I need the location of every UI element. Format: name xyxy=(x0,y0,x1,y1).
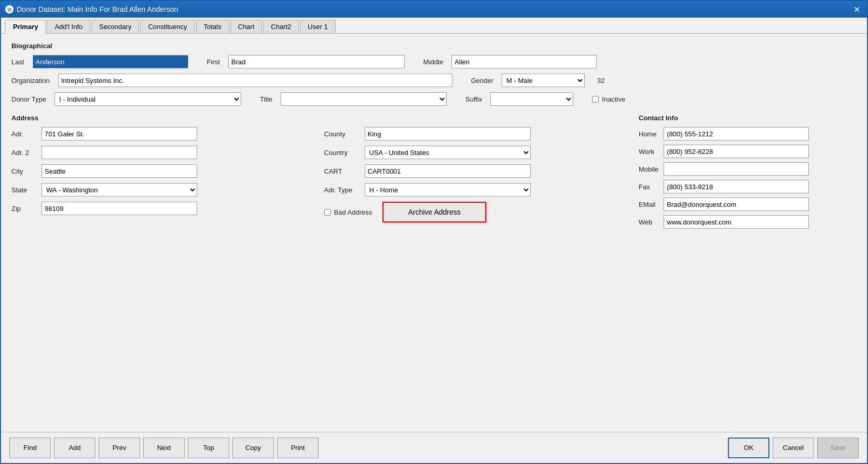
cart-input[interactable] xyxy=(365,164,531,178)
bad-address-row: Bad Address xyxy=(324,208,373,216)
web-label: Web xyxy=(639,218,658,226)
zip-label: Zip xyxy=(11,205,37,213)
city-row: City xyxy=(11,164,316,178)
zip-row: Zip xyxy=(11,202,316,215)
cart-row: CART xyxy=(324,164,629,178)
title-select[interactable] xyxy=(281,92,447,106)
work-input[interactable] xyxy=(664,145,809,158)
adr2-label: Adr. 2 xyxy=(11,149,37,157)
gender-select[interactable]: M - Male xyxy=(502,74,585,87)
mobile-input[interactable] xyxy=(664,162,809,176)
cancel-button[interactable]: Cancel xyxy=(773,438,814,458)
adr2-input[interactable] xyxy=(42,146,197,159)
org-input[interactable] xyxy=(58,74,452,87)
country-select[interactable]: USA - United States xyxy=(365,146,531,159)
first-label: First xyxy=(207,58,220,66)
copy-button[interactable]: Copy xyxy=(232,438,274,458)
prev-button[interactable]: Prev xyxy=(99,438,140,458)
inactive-label: Inactive xyxy=(602,95,625,103)
bio-row1: Last First Middle xyxy=(11,55,857,68)
tab-constituency[interactable]: Constituency xyxy=(140,20,195,33)
tab-addl-info[interactable]: Add'l Info xyxy=(47,20,90,33)
add-button[interactable]: Add xyxy=(54,438,95,458)
top-button[interactable]: Top xyxy=(188,438,229,458)
mobile-label: Mobile xyxy=(639,165,658,173)
tab-user1[interactable]: User 1 xyxy=(300,20,335,33)
bad-address-checkbox[interactable] xyxy=(324,209,331,216)
gender-number: 32 xyxy=(597,77,604,85)
find-button[interactable]: Find xyxy=(9,438,51,458)
main-area: Address Adr. Adr. 2 City xyxy=(11,114,857,229)
next-button[interactable]: Next xyxy=(143,438,185,458)
state-label: State xyxy=(11,186,37,194)
inactive-row: Inactive xyxy=(592,95,625,103)
donor-type-label: Donor Type xyxy=(11,95,46,103)
tab-primary[interactable]: Primary xyxy=(5,20,46,34)
country-label: Country xyxy=(324,149,361,157)
window-title: Donor Dataset: Main Info For Brad Allen … xyxy=(17,5,178,13)
address-section-title: Address xyxy=(11,114,628,122)
middle-input[interactable] xyxy=(451,55,597,68)
tab-chart2[interactable]: Chart2 xyxy=(263,20,299,33)
last-input[interactable] xyxy=(33,55,188,68)
tab-totals[interactable]: Totals xyxy=(196,20,229,33)
address-right: County Country USA - United States CART xyxy=(324,127,629,228)
gender-label: Gender xyxy=(471,77,493,85)
bio-row2: Organization Gender M - Male 32 xyxy=(11,74,857,87)
close-button[interactable]: ✕ xyxy=(850,3,863,16)
main-window: ⊙ Donor Dataset: Main Info For Brad Alle… xyxy=(0,0,868,464)
adr-label: Adr. xyxy=(11,130,37,138)
address-left: Adr. Adr. 2 City State xyxy=(11,127,316,228)
address-section: Address Adr. Adr. 2 City xyxy=(11,114,628,229)
contact-grid: Home Work Mobile Fax EMail Web xyxy=(639,127,857,229)
state-row: State WA - Washington xyxy=(11,183,316,196)
last-label: Last xyxy=(11,58,24,66)
donor-type-select[interactable]: I - Individual xyxy=(54,92,241,106)
adr-row: Adr. xyxy=(11,127,316,140)
zip-input[interactable] xyxy=(42,202,197,215)
adr-type-select[interactable]: H - Home xyxy=(365,183,531,196)
suffix-select[interactable] xyxy=(490,92,573,106)
email-label: EMail xyxy=(639,201,658,208)
inactive-checkbox[interactable] xyxy=(592,96,599,103)
biographical-section: Biographical Last First Middle Organizat… xyxy=(11,42,857,106)
city-input[interactable] xyxy=(42,164,197,178)
city-label: City xyxy=(11,167,37,175)
adr-input[interactable] xyxy=(42,127,197,140)
suffix-label: Suffix xyxy=(465,95,482,103)
ok-button[interactable]: OK xyxy=(728,438,769,458)
title-label: Title xyxy=(260,95,272,103)
county-label: County xyxy=(324,130,361,138)
archive-address-button[interactable]: Archive Address xyxy=(382,202,486,222)
address-columns: Adr. Adr. 2 City State xyxy=(11,127,628,228)
country-row: Country USA - United States xyxy=(324,146,629,159)
bio-row3: Donor Type I - Individual Title Suffix I… xyxy=(11,92,857,106)
email-input[interactable] xyxy=(664,198,809,211)
work-label: Work xyxy=(639,148,658,156)
window-icon: ⊙ xyxy=(5,5,13,13)
bad-address-label: Bad Address xyxy=(334,208,373,216)
fax-label: Fax xyxy=(639,183,658,191)
adr-type-row: Adr. Type H - Home xyxy=(324,183,629,196)
fax-input[interactable] xyxy=(664,180,809,193)
org-label: Organization xyxy=(11,77,50,85)
county-row: County xyxy=(324,127,629,140)
first-input[interactable] xyxy=(228,55,405,68)
title-bar: ⊙ Donor Dataset: Main Info For Brad Alle… xyxy=(1,1,867,18)
bad-address-archive-row: Bad Address Archive Address xyxy=(324,202,629,222)
tab-secondary[interactable]: Secondary xyxy=(91,20,139,33)
bio-section-title: Biographical xyxy=(11,42,857,50)
adr-type-label: Adr. Type xyxy=(324,186,361,194)
title-bar-left: ⊙ Donor Dataset: Main Info For Brad Alle… xyxy=(5,5,178,13)
middle-label: Middle xyxy=(423,58,443,66)
print-button[interactable]: Print xyxy=(277,438,319,458)
web-input[interactable] xyxy=(664,215,809,229)
adr2-row: Adr. 2 xyxy=(11,146,316,159)
tab-bar: Primary Add'l Info Secondary Constituenc… xyxy=(1,18,867,34)
home-input[interactable] xyxy=(664,127,809,140)
contact-section: Contact Info Home Work Mobile Fax EMail … xyxy=(639,114,857,229)
county-input[interactable] xyxy=(365,127,531,140)
state-select[interactable]: WA - Washington xyxy=(42,183,197,196)
tab-chart[interactable]: Chart xyxy=(230,20,263,33)
save-button[interactable]: Save xyxy=(817,438,859,458)
